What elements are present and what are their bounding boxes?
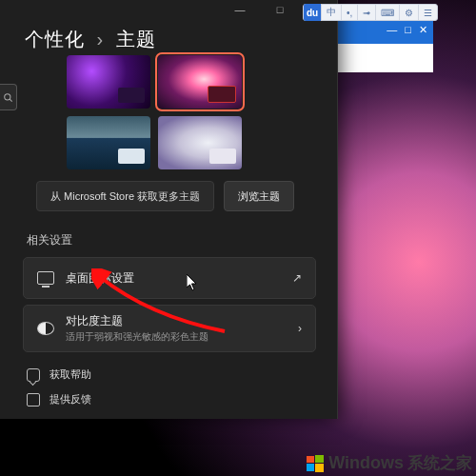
search-input[interactable] xyxy=(0,84,17,110)
ime-menu-icon[interactable]: ☰ xyxy=(418,5,437,20)
settings-window: — □ ✕ 个性化 › 主题 从 Microsoft Store 获取更多主题 … xyxy=(0,0,338,419)
svg-line-1 xyxy=(10,99,11,101)
bgwin-max-icon[interactable]: □ xyxy=(405,24,411,35)
open-external-icon: ↗ xyxy=(292,271,302,285)
svg-rect-2 xyxy=(307,456,314,463)
breadcrumb-current: 主题 xyxy=(116,29,156,50)
ime-logo: du xyxy=(304,4,321,21)
contrast-themes-title: 对比度主题 xyxy=(66,313,287,329)
search-icon xyxy=(3,92,13,103)
theme-thumb-3[interactable] xyxy=(67,116,150,169)
ime-cell-3[interactable]: ➟ xyxy=(357,5,375,20)
chevron-right-icon: › xyxy=(298,322,302,335)
store-row: 从 Microsoft Store 获取更多主题 浏览主题 xyxy=(36,181,294,211)
svg-point-0 xyxy=(5,93,10,99)
svg-rect-4 xyxy=(307,464,314,471)
store-link[interactable]: 从 Microsoft Store 获取更多主题 xyxy=(36,181,214,211)
ime-punct[interactable]: •, xyxy=(341,5,357,20)
watermark-brand: Windows xyxy=(328,453,404,473)
ime-keyboard-icon[interactable]: ⌨ xyxy=(375,5,399,20)
contrast-themes-subtitle: 适用于弱视和强光敏感的彩色主题 xyxy=(66,330,287,344)
svg-rect-3 xyxy=(315,455,324,463)
get-help-link[interactable]: 获取帮助 xyxy=(27,367,91,382)
ime-mode[interactable]: 中 xyxy=(321,5,341,20)
ime-toolbar[interactable]: du 中 •, ➟ ⌨ ⚙ ☰ xyxy=(303,4,438,21)
svg-rect-5 xyxy=(315,464,324,472)
related-settings-label: 相关设置 xyxy=(27,232,72,248)
theme-thumb-1[interactable] xyxy=(67,55,150,109)
desktop-icon-settings-title: 桌面图标设置 xyxy=(66,270,281,287)
feedback-icon xyxy=(27,393,40,407)
ime-settings-icon[interactable]: ⚙ xyxy=(399,5,418,20)
background-window-body xyxy=(338,44,433,72)
bgwin-min-icon[interactable]: — xyxy=(387,24,397,35)
chat-icon xyxy=(27,368,40,382)
give-feedback-label: 提供反馈 xyxy=(50,392,91,407)
browse-themes-button[interactable]: 浏览主题 xyxy=(224,181,294,211)
desktop-icon-settings-row[interactable]: 桌面图标设置 ↗ xyxy=(23,257,316,299)
breadcrumb: 个性化 › 主题 xyxy=(25,27,156,52)
contrast-themes-row[interactable]: 对比度主题 适用于弱视和强光敏感的彩色主题 › xyxy=(23,305,316,352)
maximize-button[interactable]: □ xyxy=(268,4,291,16)
minimize-button[interactable]: — xyxy=(228,4,251,16)
contrast-icon xyxy=(37,322,54,335)
bgwin-close-icon[interactable]: ✕ xyxy=(419,24,427,36)
give-feedback-link[interactable]: 提供反馈 xyxy=(27,392,91,407)
breadcrumb-parent[interactable]: 个性化 xyxy=(25,29,85,50)
watermark-suffix: 系统之家 xyxy=(407,452,472,474)
mouse-cursor xyxy=(187,274,198,291)
chevron-right-icon: › xyxy=(97,29,105,50)
monitor-icon xyxy=(37,271,54,285)
theme-thumb-2[interactable] xyxy=(158,55,242,109)
watermark: Windows 系统之家 xyxy=(306,452,472,474)
get-help-label: 获取帮助 xyxy=(50,367,91,382)
theme-grid xyxy=(67,55,242,169)
windows-logo-icon xyxy=(306,454,325,473)
theme-thumb-4[interactable] xyxy=(158,116,242,169)
